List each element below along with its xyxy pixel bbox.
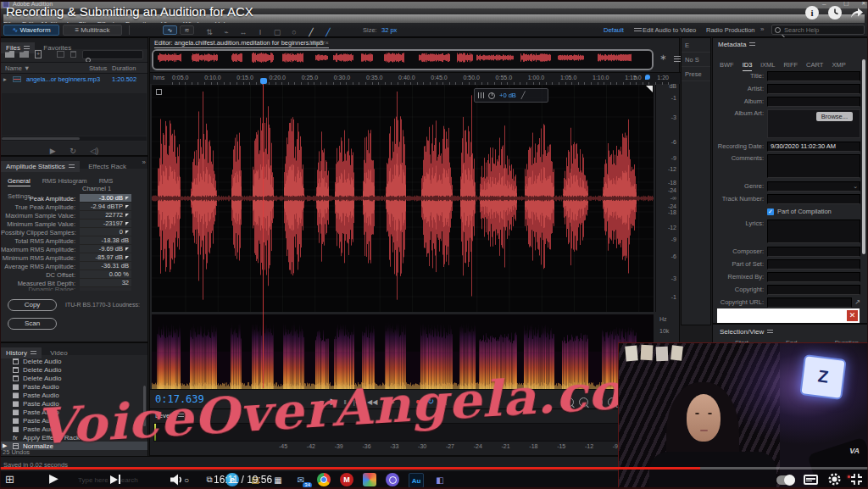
autoplay-speaker-icon[interactable]: ◁) xyxy=(90,147,98,155)
loop-preview-icon[interactable]: ↻ xyxy=(70,147,76,155)
stat-value[interactable]: -18.38 dB xyxy=(80,236,131,245)
taskbar-store-icon[interactable]: ▦ xyxy=(271,473,285,486)
yt-captions-icon[interactable] xyxy=(804,475,818,485)
artist-field[interactable] xyxy=(767,84,860,94)
part-of-set-field[interactable] xyxy=(767,259,860,270)
taskbar-mail-icon[interactable]: ✉34 xyxy=(294,473,308,486)
history-item[interactable]: Delete Audio xyxy=(1,365,147,374)
start-button[interactable]: ⊞ xyxy=(5,473,14,486)
taskbar-file-explorer-icon[interactable]: ▤ xyxy=(248,473,262,486)
playhead-cap[interactable] xyxy=(260,78,267,84)
panel-menu-icon[interactable] xyxy=(749,42,755,47)
genre-select[interactable]: ⌄ xyxy=(767,181,860,192)
workspace-overflow[interactable]: » xyxy=(760,25,764,33)
metadata-tab-ixml[interactable]: iXML xyxy=(760,61,775,70)
stat-value[interactable]: 0 xyxy=(80,228,131,236)
compilation-checkbox[interactable]: ✓ xyxy=(767,208,774,215)
yt-play-button[interactable]: ▶ xyxy=(49,471,58,485)
taskbar-edge-icon[interactable]: e xyxy=(225,473,239,486)
yt-autoplay-toggle[interactable] xyxy=(776,475,795,485)
multitrack-view-button[interactable]: ≡ Multitrack xyxy=(63,25,122,36)
yt-settings-gear-icon[interactable] xyxy=(827,472,842,489)
new-file-icon[interactable]: + xyxy=(35,50,42,58)
flag-icon[interactable] xyxy=(125,222,129,225)
collapsed-panel-item[interactable]: E xyxy=(682,38,710,53)
stat-value[interactable]: -9.69 dB xyxy=(80,245,131,253)
metadata-scrollbar[interactable] xyxy=(862,59,865,254)
lyrics-field[interactable] xyxy=(767,219,860,243)
stat-value[interactable]: 0.00 % xyxy=(80,270,131,279)
metadata-tab-cart[interactable]: CART xyxy=(806,61,823,70)
waveform-view-button[interactable]: ∿ Waveform xyxy=(3,25,59,36)
track-number-field[interactable] xyxy=(767,194,860,204)
stat-value[interactable]: -23197 xyxy=(80,219,131,228)
files-list-area[interactable] xyxy=(2,93,147,136)
flag-icon[interactable] xyxy=(125,231,129,234)
flag-icon[interactable] xyxy=(125,256,129,259)
yt-progress-played[interactable] xyxy=(0,467,700,470)
select-square-icon[interactable] xyxy=(156,89,162,95)
waveform-display-toggle[interactable]: ∿ xyxy=(163,25,177,35)
stat-value[interactable]: -2.94 dBTP xyxy=(80,203,131,211)
stat-value[interactable]: 32 xyxy=(80,279,131,287)
tab-close-icon[interactable]: × xyxy=(325,39,328,47)
flag-icon[interactable] xyxy=(125,205,129,208)
history-item[interactable]: Delete Audio xyxy=(1,357,147,365)
taskbar-chrome-icon[interactable] xyxy=(317,473,331,486)
yt-watch-later-icon[interactable] xyxy=(828,6,842,19)
open-url-icon[interactable]: ↗ xyxy=(854,298,860,306)
collapsed-panel-item[interactable]: Prese xyxy=(682,67,710,81)
panel-overflow[interactable]: » xyxy=(142,158,146,166)
taskbar-audition-icon[interactable]: Au xyxy=(409,473,424,488)
stat-value[interactable]: 22772 xyxy=(80,211,131,219)
editor-tab[interactable]: Editor: angela.chilfest.audition.meditat… xyxy=(154,39,329,48)
title-field[interactable] xyxy=(767,71,860,81)
yt-share-icon[interactable] xyxy=(849,6,865,23)
copyright-url-field[interactable] xyxy=(767,297,852,308)
flag-icon[interactable] xyxy=(125,247,129,251)
copy-button[interactable]: Copy xyxy=(8,299,57,311)
column-duration[interactable]: Duration xyxy=(112,64,136,72)
subtab-rms-histogram[interactable]: RMS Histogram xyxy=(42,177,87,185)
stat-value[interactable] xyxy=(80,287,131,291)
hud-volume-value[interactable]: +0 dB xyxy=(499,92,516,99)
collapsed-panel-item[interactable]: No S xyxy=(682,53,710,67)
taskbar-mcafee-icon[interactable]: M xyxy=(340,473,353,486)
taskbar-task-view-icon[interactable]: ⧉ xyxy=(203,473,216,486)
copyright-field[interactable] xyxy=(767,285,860,295)
headphone-icon[interactable]: ∩ xyxy=(633,74,638,81)
workspace-edit-audio-to-video[interactable]: Edit Audio to Video xyxy=(643,26,696,34)
overview-strip[interactable] xyxy=(152,49,654,70)
playhead-line[interactable] xyxy=(263,84,264,388)
file-row[interactable]: ▸ angela...or beginners.mp3 1:20.502 xyxy=(1,74,147,84)
composer-field[interactable] xyxy=(767,247,860,257)
file-name[interactable]: angela...or beginners.mp3 xyxy=(26,75,100,83)
scan-button[interactable]: Scan xyxy=(8,318,57,330)
yt-next-button[interactable] xyxy=(110,475,120,484)
album-art-box[interactable]: Browse... xyxy=(767,109,860,138)
zoom-to-fit-icon[interactable]: ∗ xyxy=(659,53,666,62)
tab-amplitude-statistics[interactable]: Amplitude Statistics xyxy=(1,161,80,172)
spectral-display-toggle[interactable]: ≋ xyxy=(180,25,194,35)
yt-info-icon[interactable]: i xyxy=(805,6,819,19)
expander-icon[interactable]: ▸ xyxy=(3,75,7,83)
tab-effects-rack[interactable]: Effects Rack xyxy=(83,161,131,172)
workspace-radio-production[interactable]: Radio Production xyxy=(706,26,755,34)
column-name[interactable]: Name ▼ xyxy=(5,64,31,72)
stat-value[interactable]: -36.31 dB xyxy=(80,262,131,270)
hud-knob-icon[interactable] xyxy=(488,92,495,99)
column-status[interactable]: Status xyxy=(89,64,107,72)
metadata-tab-id3[interactable]: ID3 xyxy=(743,61,753,71)
recording-date-field[interactable]: 9/30/2020 11:02:30 AM xyxy=(767,142,860,152)
taskbar-app-2-icon[interactable]: ◧ xyxy=(433,473,447,486)
hud-pencil-icon[interactable]: ╱ xyxy=(521,92,526,99)
mixer-tab[interactable]: Mixer xyxy=(309,39,325,47)
flag-icon[interactable] xyxy=(125,197,129,200)
brush-size-value[interactable]: 32 px xyxy=(381,26,397,34)
preview-play-icon[interactable]: ▶ xyxy=(50,147,56,155)
workspace-menu-icon[interactable] xyxy=(634,28,642,33)
import-file-icon[interactable] xyxy=(19,51,29,58)
history-item[interactable]: Paste Audio xyxy=(1,382,147,391)
corner-handle-icon[interactable] xyxy=(646,86,653,92)
metadata-tab-riff[interactable]: RIFF xyxy=(783,61,798,70)
